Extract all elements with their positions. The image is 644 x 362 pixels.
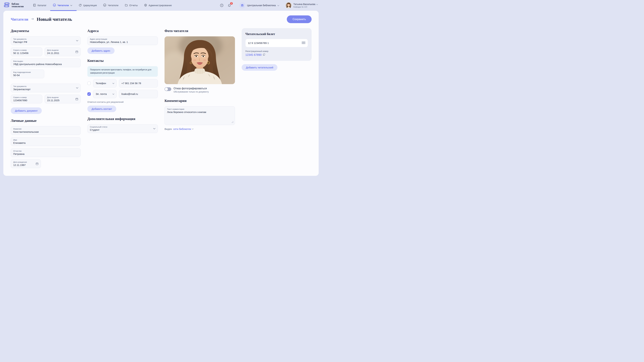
add-contact-button[interactable]: Добавить контакт [88,106,116,112]
additional-section-title: Дополнительная информация [88,117,158,121]
comments-section-title: Комментарии [164,99,235,103]
nav-item-readers-active[interactable]: Читатели [53,3,72,7]
contact-row-email: Эл. почта lisako@mail.ru [88,90,158,98]
notifications-bell-icon[interactable]: 2 [227,3,232,8]
library-building-icon [239,2,245,8]
nav-item-catalog[interactable]: Каталог [33,4,46,7]
document2-series-input[interactable]: Серия и номер 1234567890 [11,95,42,103]
page-title: Новый читатель [37,16,72,22]
gear-icon [144,4,147,7]
help-icon[interactable]: ? [219,3,224,8]
user-avatar [286,2,292,8]
logo-line2: технологии [12,5,24,8]
breadcrumb-readers-link[interactable]: Читатели [11,17,28,22]
folder-icon [125,4,128,7]
user-menu[interactable]: Татьяна Васильева Кафедра № 123 [286,2,318,8]
last-name-input[interactable]: Фамилия Константинопольская [11,126,81,135]
reader-ticket-card: Читательский билет 12 9 123456789 1 Реги… [242,28,312,61]
contact-type-select-email[interactable]: Эл. почта [93,90,116,98]
smiley-icon [103,3,106,7]
document2-issue-date-input[interactable]: Дата выдачи 15.11.2025 [44,95,81,103]
nav-item-readers-2[interactable]: Читатели [103,3,118,7]
book-icon [33,4,36,7]
copy-icon[interactable] [263,53,265,56]
column-documents: Документы Тип документа Паспорт РФ Серия… [11,28,81,168]
email-input[interactable]: lisako@mail.ru [119,90,158,98]
document2-type-select[interactable]: Тип документа Загранпаспорт [11,84,81,92]
calendar-icon[interactable] [36,162,38,165]
contact-row-phone: Телефон +7 901 234 56 78 [88,79,158,87]
nav-item-circulation[interactable]: Циркуляция [79,4,97,7]
app-logo[interactable]: библио технологии [4,2,24,9]
refuse-photo-row: Отказ фотографироваться Обслуживание тол… [164,87,235,93]
nav-item-administration[interactable]: Администрирование [144,4,172,7]
refuse-photo-label: Отказ фотографироваться [174,87,209,90]
visibility-scope-link[interactable]: сети библиотек [173,128,194,130]
save-button[interactable]: Сохранить [287,15,312,23]
social-status-select[interactable]: Социальный статус Студент [88,124,158,133]
library-name: Центральная библиотека [247,4,276,7]
barcode-icon[interactable] [302,41,306,45]
document-series-input[interactable]: Серия и номер 50 11 123456 [11,47,42,56]
column-ticket: Читательский билет 12 9 123456789 1 Реги… [242,28,312,168]
chevron-down-icon [316,3,318,5]
chevron-down-icon [112,92,114,95]
registration-address-input[interactable]: Адрес регистрации Новосибирск, ул. Ленин… [88,36,158,45]
resize-handle[interactable] [232,121,234,124]
calendar-icon[interactable] [75,50,78,53]
contacts-section-title: Контакты [88,59,158,63]
column-photo: Фото читателя [164,28,235,168]
visibility-prefix: Виден [164,128,172,130]
nav-right-area: ? 2 Центральная библиотека Татьяна Васил… [219,2,318,8]
documents-section-title: Документы [11,29,81,33]
reader-photo [164,36,235,84]
top-navigation: библио технологии Каталог Читатели Цирку… [0,0,322,11]
logo-line1: библио [12,3,24,5]
document-issued-by-input[interactable]: Кем выдан УВД Центрального района Новоси… [11,58,81,67]
contacts-helper-text: Отметьте контакты для уведомлений [88,101,158,103]
photo-section-title: Фото читателя [164,29,235,33]
phone-notify-checkbox[interactable] [88,82,91,85]
column-contacts: Адреса Адрес регистрации Новосибирск, ул… [88,28,158,168]
calendar-icon[interactable] [75,97,78,100]
chevron-down-icon [76,87,78,89]
ticket-number-input[interactable]: 12 9 123456789 1 [245,39,308,47]
document-type-select[interactable]: Тип документа Паспорт РФ [11,36,81,45]
nav-item-reports[interactable]: Отчеты [125,4,138,7]
page-header: Читатели Новый читатель Сохранить [11,15,312,23]
middle-name-input[interactable]: Отчество Петровна [11,148,81,157]
chevron-down-icon [76,40,78,41]
library-selector[interactable]: Центральная библиотека [239,2,279,8]
user-name: Татьяна Васильева [293,3,315,5]
registration-number-value[interactable]: 12345 67890 [245,53,262,56]
refresh-icon [79,4,82,7]
birth-date-input[interactable]: Дата рождения 12.11.1997 [11,159,41,168]
contacts-notice: Попросите читателя приготовить телефон, … [88,66,158,77]
chevron-down-icon [278,4,279,7]
notification-badge: 2 [230,2,233,5]
main-menu: Каталог Читатели Циркуляция Читатели [33,3,172,7]
contact-type-select-phone[interactable]: Телефон [93,79,116,87]
document-division-code-input[interactable]: Код подразделения 50-54 [11,69,44,78]
new-reader-form-card: Читатели Новый читатель Сохранить Докуме… [3,11,319,176]
add-address-button[interactable]: Добавить адрес [88,47,114,54]
add-ticket-button[interactable]: Добавить читательский [242,64,278,71]
chevron-down-icon [153,128,156,129]
registration-number-label: Регистрационный номер [245,50,308,52]
smiley-icon [53,3,56,7]
svg-text:?: ? [221,4,222,6]
refuse-photo-toggle[interactable] [164,87,171,91]
document-issue-date-input[interactable]: Дата выдачи 24.11.2011 [44,47,81,56]
add-document-button[interactable]: Добавить документ [11,107,42,114]
comment-visibility-row: Виден сети библиотек [164,128,235,130]
first-name-input[interactable]: Имя Елизавета [11,137,81,146]
refuse-photo-subtext: Обслуживание только по документу [174,91,209,93]
user-department: Кафедра № 123 [293,6,318,8]
email-notify-checkbox[interactable] [88,92,91,96]
books-logo-icon [4,2,10,9]
phone-number-input[interactable]: +7 901 234 56 78 [119,79,158,87]
breadcrumb-arrow-icon [31,18,34,21]
comment-textarea[interactable]: Текст комментария Лиза бережно относится… [164,106,235,125]
ticket-section-title: Читательский билет [245,32,308,36]
personal-section-title: Личные данные [11,119,81,123]
